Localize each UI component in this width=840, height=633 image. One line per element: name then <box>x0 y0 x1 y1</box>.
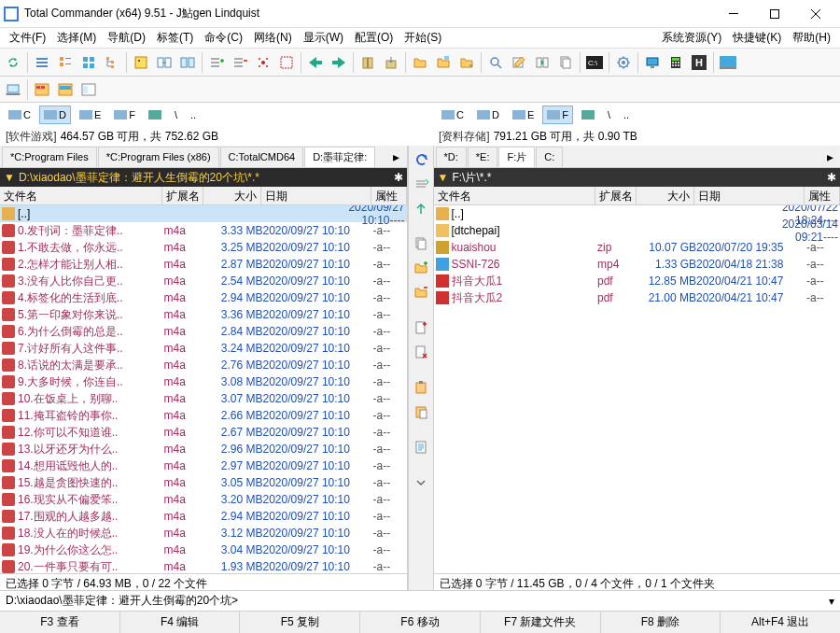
equal-panels-icon[interactable] <box>176 51 199 74</box>
maximize-button[interactable] <box>754 1 795 27</box>
drive-f[interactable]: F <box>109 106 140 124</box>
drive-d[interactable]: D <box>472 106 504 124</box>
h-icon[interactable]: H <box>688 51 710 74</box>
file-row[interactable]: 8.话说的太满是要承..m4a2.76 MB2020/09/27 10:10-a… <box>0 357 407 373</box>
drive-network[interactable] <box>144 106 166 124</box>
file-row[interactable]: SSNI-726mp41.33 GB2020/04/18 21:38-a-- <box>434 256 841 273</box>
drive-c[interactable]: C <box>437 106 469 124</box>
col-size[interactable]: 大小 <box>637 187 694 204</box>
invert-sel-icon[interactable] <box>252 51 274 74</box>
menu-help[interactable]: 帮助(H) <box>787 28 836 48</box>
monitor-icon[interactable] <box>641 51 664 74</box>
file-row[interactable]: 9.大多时候，你连自..m4a3.08 MB2020/09/27 10:10-a… <box>0 373 407 390</box>
file-row[interactable]: [dtchepai]2020/03/14 09:21---- <box>434 222 841 239</box>
file-row[interactable]: 抖音大瓜1pdf12.85 MB2020/04/21 10:47-a-- <box>434 273 841 289</box>
col-name[interactable]: 文件名 <box>434 187 596 204</box>
right-path-bar[interactable]: ▼ F:\片\*.* ✱ <box>434 168 841 187</box>
view-tree-icon[interactable] <box>101 51 123 74</box>
file-row[interactable]: 14.想用诋毁他人的..m4a2.97 MB2020/09/27 10:10-a… <box>0 457 407 474</box>
panel-layout2-icon[interactable] <box>54 78 77 101</box>
cmd-prompt-icon[interactable]: C:\ <box>583 51 606 74</box>
tab[interactable]: *D: <box>436 147 467 167</box>
rename-icon[interactable] <box>508 51 530 74</box>
file-row[interactable]: 2.怎样才能让别人相..m4a2.87 MB2020/09/27 10:10-a… <box>0 256 407 273</box>
drive-e[interactable]: E <box>508 106 539 124</box>
laptop-icon[interactable] <box>2 78 24 101</box>
file-row[interactable]: 19.为什么你这么怎..m4a3.04 MB2020/09/27 10:10-a… <box>0 542 407 558</box>
mid-newfile-icon[interactable] <box>411 317 431 338</box>
file-row[interactable]: [..]2020/07/22 18:24---- <box>434 205 841 222</box>
col-size[interactable]: 大小 <box>203 187 261 204</box>
file-row[interactable]: 1.不敢去做，你永远..m4a3.25 MB2020/09/27 10:10-a… <box>0 239 407 256</box>
select-minus-icon[interactable] <box>229 51 251 74</box>
screen-icon[interactable] <box>717 51 739 74</box>
select-group-icon[interactable] <box>275 51 298 74</box>
left-file-list[interactable]: [..]2020/09/27 10:10----0.发刊词：墨菲定律..m4a3… <box>0 205 407 573</box>
view-list-icon[interactable] <box>31 51 53 74</box>
mid-down-icon[interactable] <box>411 472 431 493</box>
file-row[interactable]: 7.讨好所有人这件事..m4a3.24 MB2020/09/27 10:10-a… <box>0 340 407 357</box>
file-row[interactable]: 13.以牙还牙为什么..m4a2.96 MB2020/09/27 10:10-a… <box>0 441 407 457</box>
f6-move[interactable]: F6 移动 <box>360 612 481 633</box>
show-hidden-icon[interactable] <box>130 51 152 74</box>
drive-d[interactable]: D <box>39 106 71 124</box>
mid-newfolder-icon[interactable] <box>411 258 431 278</box>
mid-delfile-icon[interactable] <box>411 342 431 362</box>
file-row[interactable]: 5.第一印象对你来说..m4a3.36 MB2020/09/27 10:10-a… <box>0 306 407 323</box>
tab[interactable]: D:墨菲定律: <box>304 147 375 167</box>
f7-mkdir[interactable]: F7 新建文件夹 <box>481 612 601 633</box>
menu-shortcut[interactable]: 快捷键(K) <box>727 28 787 48</box>
col-date[interactable]: 日期 <box>261 187 371 204</box>
back-icon[interactable] <box>304 51 327 74</box>
folder-expand-icon[interactable] <box>455 51 478 74</box>
file-row[interactable]: 12.你可以不知道谁..m4a2.67 MB2020/09/27 10:10-a… <box>0 424 407 441</box>
mid-expand-icon[interactable] <box>411 174 431 194</box>
folder-tree-icon[interactable] <box>432 51 455 74</box>
tab[interactable]: C: <box>536 147 563 167</box>
mid-copy-icon[interactable] <box>411 233 431 254</box>
cmd-input[interactable] <box>242 595 825 608</box>
file-row[interactable]: 6.为什么倒霉的总是..m4a2.84 MB2020/09/27 10:10-a… <box>0 323 407 340</box>
mid-text-icon[interactable] <box>411 437 431 457</box>
col-date[interactable]: 日期 <box>694 187 805 204</box>
menu-file[interactable]: 文件(F) <box>4 28 51 48</box>
drive-up[interactable]: .. <box>186 106 201 124</box>
file-row[interactable]: 11.掩耳盗铃的事你..m4a2.66 MB2020/09/27 10:10-a… <box>0 407 407 424</box>
file-row[interactable]: 4.标签化的生活到底..m4a2.94 MB2020/09/27 10:10-a… <box>0 289 407 306</box>
file-row[interactable]: 3.没有人比你自己更..m4a2.54 MB2020/09/27 10:10-a… <box>0 273 407 289</box>
mid-back-icon[interactable] <box>411 149 431 170</box>
menu-tags[interactable]: 标签(T) <box>151 28 199 48</box>
drive-network[interactable] <box>577 106 599 124</box>
folder-icon[interactable] <box>409 51 431 74</box>
mid-paste-icon[interactable] <box>411 401 431 422</box>
drive-root[interactable]: \ <box>170 106 182 124</box>
col-name[interactable]: 文件名 <box>0 187 162 204</box>
col-attr[interactable]: 属性 <box>371 187 407 204</box>
menu-cmd[interactable]: 命令(C) <box>199 28 248 48</box>
file-row[interactable]: 17.围观的人越多越..m4a2.94 MB2020/09/27 10:10-a… <box>0 508 407 525</box>
file-row[interactable]: 18.没人在的时候总..m4a3.12 MB2020/09/27 10:10-a… <box>0 525 407 542</box>
f4-edit[interactable]: F4 编辑 <box>120 612 241 633</box>
file-row[interactable]: 15.越是贪图快速的..m4a3.05 MB2020/09/27 10:10-a… <box>0 474 407 491</box>
menu-nav[interactable]: 导航(D) <box>102 28 151 48</box>
tab[interactable]: F:片 <box>498 147 535 167</box>
minimize-button[interactable] <box>713 1 754 27</box>
unpack-icon[interactable] <box>380 51 402 74</box>
mid-clipboard-icon[interactable] <box>411 377 431 398</box>
pack-icon[interactable] <box>357 51 379 74</box>
left-path-bar[interactable]: ▼ D:\xiaodao\墨菲定律：避开人生倒霉的20个坑\*.* ✱ <box>0 168 407 187</box>
menu-config[interactable]: 配置(O) <box>349 28 399 48</box>
settings-icon[interactable] <box>612 51 635 74</box>
tab[interactable]: *C:Program Files (x86) <box>98 147 219 167</box>
altf4-exit[interactable]: Alt+F4 退出 <box>721 612 840 633</box>
file-row[interactable]: kuaishouzip10.07 GB2020/07/20 19:35-a-- <box>434 239 841 256</box>
tab[interactable]: *C:Program Files <box>2 147 97 167</box>
copy-names-icon[interactable] <box>554 51 577 74</box>
col-attr[interactable]: 属性 <box>805 187 840 204</box>
tab[interactable]: C:TotalCMD64 <box>220 147 304 167</box>
left-path-star[interactable]: ✱ <box>394 171 403 184</box>
menu-show[interactable]: 显示(W) <box>298 28 349 48</box>
col-ext[interactable]: 扩展名 <box>162 187 203 204</box>
file-row[interactable]: 0.发刊词：墨菲定律..m4a3.33 MB2020/09/27 10:10-a… <box>0 222 407 239</box>
col-ext[interactable]: 扩展名 <box>595 187 637 204</box>
